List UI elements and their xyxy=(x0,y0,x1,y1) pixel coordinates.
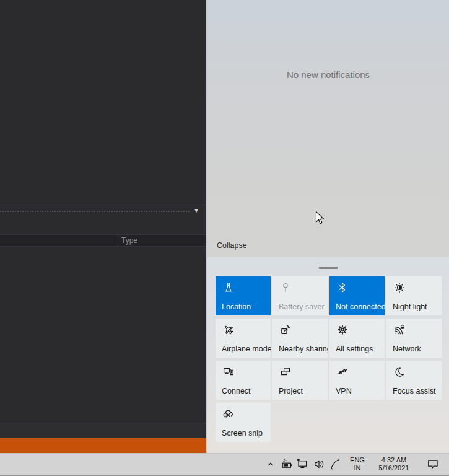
collapse-link[interactable]: Collapse xyxy=(217,241,247,250)
background-app-window: ▼ Type xyxy=(0,0,206,453)
quick-action-label: Focus assist xyxy=(393,387,435,395)
grid-header-row: Type xyxy=(0,234,206,247)
quick-actions-section: LocationBattery saverNot connectedNight … xyxy=(207,257,449,453)
night-light-icon xyxy=(393,281,406,294)
clock[interactable]: 4:32 AM 5/16/2021 xyxy=(373,456,414,472)
drag-handle[interactable] xyxy=(319,267,338,269)
action-center-button[interactable] xyxy=(421,454,445,475)
nearby-sharing-icon xyxy=(279,324,292,336)
airplane-icon xyxy=(222,324,235,336)
quick-action-night-light[interactable]: Night light xyxy=(386,276,442,315)
quick-action-project[interactable]: Project xyxy=(272,361,328,400)
show-hidden-icons-button[interactable] xyxy=(262,454,279,475)
quick-action-focus-assist[interactable]: Focus assist xyxy=(386,361,442,400)
windows-ink-button[interactable] xyxy=(328,454,344,475)
vpn-icon xyxy=(336,366,349,378)
taskbar: ENG IN 4:32 AM 5/16/2021 xyxy=(0,453,449,476)
quick-action-network[interactable]: Network xyxy=(386,319,442,358)
quick-actions-grid: LocationBattery saverNot connectedNight … xyxy=(216,276,442,442)
app-status-bar xyxy=(0,438,206,453)
clock-date: 5/16/2021 xyxy=(373,464,414,472)
quick-action-vpn[interactable]: VPN xyxy=(329,361,385,400)
battery-tray-button[interactable] xyxy=(279,454,295,475)
quick-action-battery-saver[interactable]: Battery saver xyxy=(272,276,328,315)
quick-action-location[interactable]: Location xyxy=(216,276,271,315)
quick-action-bluetooth[interactable]: Not connected xyxy=(329,276,385,315)
quick-action-label: Network xyxy=(393,345,421,353)
quick-action-label: Night light xyxy=(393,302,427,311)
quick-action-label: VPN xyxy=(336,387,352,395)
language-line2: IN xyxy=(345,464,370,472)
volume-tray-button[interactable] xyxy=(311,454,328,475)
location-icon xyxy=(222,281,235,294)
bluetooth-icon xyxy=(336,281,349,294)
quick-action-label: Nearby sharing xyxy=(279,345,328,353)
clock-time: 4:32 AM xyxy=(373,456,414,464)
no-notifications-message: No new notifications xyxy=(207,69,449,80)
quick-action-screen-snip[interactable]: Screen snip xyxy=(216,403,271,442)
quick-action-airplane-mode[interactable]: Airplane mode xyxy=(216,319,271,358)
quick-action-label: Location xyxy=(222,302,251,311)
quick-action-label: Screen snip xyxy=(222,429,263,438)
quick-action-label: Battery saver xyxy=(279,302,325,311)
volume-icon xyxy=(313,458,326,470)
battery-saver-icon xyxy=(279,281,292,294)
quick-action-label: All settings xyxy=(336,345,373,353)
quick-action-label: Connect xyxy=(222,387,251,395)
app-lower-strip xyxy=(0,423,206,438)
connect-icon xyxy=(222,366,235,378)
column-header-type[interactable]: Type xyxy=(121,235,137,246)
network-display-icon xyxy=(297,458,309,470)
action-center-panel: No new notifications Collapse LocationBa… xyxy=(206,0,449,453)
network-icon xyxy=(393,324,406,336)
project-icon xyxy=(279,366,292,378)
action-center-icon xyxy=(427,458,439,470)
focus-assist-icon xyxy=(393,366,406,378)
dotted-separator xyxy=(0,211,190,212)
language-line1: ENG xyxy=(345,456,370,464)
column-divider xyxy=(118,235,118,246)
settings-gear-icon xyxy=(336,324,349,336)
network-tray-button[interactable] xyxy=(295,454,311,475)
quick-action-label: Project xyxy=(279,387,303,395)
language-indicator[interactable]: ENG IN xyxy=(345,456,370,472)
battery-charging-icon xyxy=(281,458,293,470)
screen-snip-icon xyxy=(222,408,235,420)
windows-ink-pen-icon xyxy=(329,458,342,470)
quick-action-label: Airplane mode xyxy=(222,345,271,353)
quick-action-connect[interactable]: Connect xyxy=(216,361,271,400)
quick-action-label: Not connected xyxy=(336,302,385,311)
screen: ▼ Type No new notifications Collapse Loc… xyxy=(0,0,449,476)
quick-action-nearby-sharing[interactable]: Nearby sharing xyxy=(272,319,328,358)
chevron-down-icon[interactable]: ▼ xyxy=(193,207,199,214)
hidden-icons-chevron-icon xyxy=(266,460,275,469)
quick-action-all-settings[interactable]: All settings xyxy=(329,319,385,358)
divider xyxy=(0,205,206,205)
